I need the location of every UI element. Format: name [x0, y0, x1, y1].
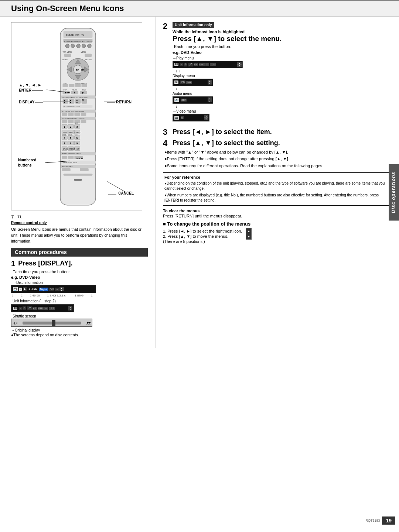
step2-eg-label: e.g. DVD-Video	[173, 50, 282, 55]
svg-text:5: 5	[70, 137, 72, 139]
display-menu-label: Display menu	[173, 74, 282, 78]
unit-info-bar: 🎞 ♪ ⚙ 🎤 AB OFF --- 1 2 3 ▲ ▼	[11, 304, 74, 312]
svg-text:M: M	[82, 99, 84, 101]
clear-menus-text: Press [RETURN] until the menus disappear…	[163, 214, 392, 218]
shuttle-label: Shuttle screen	[13, 314, 148, 318]
svg-rect-64	[81, 113, 86, 116]
svg-text:MENU: MENU	[81, 51, 86, 53]
svg-rect-107	[62, 156, 67, 159]
svg-point-12	[71, 44, 75, 48]
step3-block: 3 Press [◄, ►] to select the item.	[163, 128, 392, 136]
svg-text:DISC5: DISC5	[68, 134, 72, 136]
step3-number: 3	[163, 128, 170, 136]
svg-text:FL DISPLAY TIMER/FAC AUX TV·VI: FL DISPLAY TIMER/FAC AUX TV·VIDEO	[64, 41, 93, 42]
remote-control-text: On-Screen Menu Icons are menus that cont…	[11, 227, 148, 244]
step1-eg-label: e.g. DVD-Video	[11, 275, 148, 279]
svg-text:SFC   SUBWOOFER LEVEL: SFC SUBWOOFER LEVEL	[64, 106, 80, 107]
step1-heading: Press [DISPLAY].	[18, 260, 72, 267]
svg-rect-70	[81, 120, 86, 123]
page-title-bar: Using On-Screen Menu Icons	[0, 0, 399, 17]
svg-text:▼: ▼	[76, 102, 78, 104]
svg-rect-61	[62, 113, 67, 116]
step1-block: 1 Press [DISPLAY]. Each time you press t…	[11, 260, 148, 337]
svg-rect-31	[62, 84, 68, 87]
svg-rect-63	[74, 113, 80, 116]
remote-svg: DVD/CD VCR TV FL DISPLAY TIMER/FAC AUX T…	[47, 26, 109, 207]
step2-number: 2	[163, 22, 170, 30]
svg-text:CINEMA: CINEMA	[62, 153, 66, 155]
left-column: ▲, ▼, ◄, ► ENTER DISPLAY RETURN Numbered…	[0, 17, 155, 348]
svg-text:DISC2: DISC2	[69, 131, 75, 134]
video-menu-label: →Video menu	[173, 109, 282, 113]
svg-text:STOP: STOP	[62, 89, 67, 91]
page-code: RQT6183	[365, 519, 380, 522]
svg-text:4: 4	[64, 137, 65, 139]
svg-text:CINEMA  TV VOL  MIX/AE: CINEMA TV VOL MIX/AE	[62, 162, 77, 164]
arrow-label: ▲, ▼, ◄, ►	[19, 82, 42, 87]
enter-label: ENTER	[19, 88, 44, 92]
svg-text:DISPLAY: DISPLAY	[62, 59, 68, 61]
svg-text:■: ■	[65, 91, 66, 94]
step1-sub: Each time you press the button:	[13, 270, 148, 274]
svg-text:ACTION  SUB TITLE  AUDIO  ANGL: ACTION SUB TITLE AUDIO ANGLE	[62, 111, 84, 112]
return-label: RETURN	[106, 100, 132, 104]
svg-rect-34	[82, 84, 87, 87]
svg-rect-117	[80, 168, 88, 172]
for-reference-box: For your reference ●Depending on the con…	[163, 172, 392, 206]
svg-text:▲: ▲	[64, 99, 65, 101]
page-title: Using On-Screen Menu Icons	[11, 4, 388, 13]
play-menu-bar: 🎞 ♪ ⚙ 🎤 AB OFF --- 1 2 3 ▲ ▼	[173, 61, 243, 68]
svg-text:2: 2	[70, 126, 72, 128]
step4-block: 4 Press [▲, ▼] to select the setting. ●I…	[163, 139, 392, 169]
svg-text:▼: ▼	[64, 102, 65, 104]
screens-note: ●The screens depend on disc contents.	[11, 333, 148, 337]
video-menu-bar: 📷 N ▲ ▼	[173, 114, 209, 121]
svg-text:DISC SKIP  CHANNEL  VOLUME  MU: DISC SKIP CHANNEL VOLUME MUTING	[62, 97, 88, 99]
step2-heading: Press [▲, ▼] to select the menu.	[173, 35, 282, 43]
svg-rect-62	[68, 113, 74, 116]
svg-text:8: 8	[70, 142, 72, 145]
cancel-label: CANCEL	[108, 191, 134, 196]
svg-text:SKIP: SKIP	[64, 82, 67, 84]
page-footer: RQT6183 19	[365, 516, 395, 525]
svg-text:0/10: 0/10	[63, 148, 67, 150]
svg-rect-116	[62, 168, 70, 172]
side-tab: Disc operations	[389, 164, 399, 221]
unit-info-badge: Unit information only	[173, 22, 214, 28]
svg-point-13	[76, 44, 81, 48]
svg-point-14	[82, 44, 86, 48]
right-column: Disc operations 2 Unit information only …	[155, 17, 399, 348]
svg-text:DISC3: DISC3	[76, 131, 82, 134]
svg-rect-108	[68, 156, 74, 159]
parentheses-note: '(' '('(	[11, 214, 148, 219]
step4-heading: Press [▲, ▼] to select the setting.	[173, 139, 280, 147]
clear-menus-title: To clear the menus	[163, 209, 392, 213]
svg-text:▼: ▼	[70, 102, 72, 104]
svg-text:TOP MENU: TOP MENU	[62, 51, 72, 53]
change-position-block: ■ To change the position of the menus 1.…	[163, 221, 392, 244]
step4-number: 4	[163, 139, 170, 147]
svg-text:CANCEL: CANCEL	[76, 158, 83, 159]
shuttle-bar: ◄◄ ▶▶ -100 +100	[11, 319, 92, 327]
main-content: ▲, ▼, ◄, ► ENTER DISPLAY RETURN Numbered…	[0, 17, 399, 348]
svg-text:TEST: TEST	[74, 123, 78, 124]
step1-number: 1	[11, 260, 15, 268]
svg-rect-67	[62, 120, 67, 123]
svg-text:6: 6	[76, 137, 78, 139]
svg-text:▲: ▲	[76, 99, 78, 101]
svg-text:DVD/CD: DVD/CD	[66, 34, 74, 36]
svg-rect-118	[64, 174, 93, 175]
disc-info-bar: 💾 ♪ ▶ ◄◄ ▶▶ Digital ON ♬ ▲ ▼	[11, 285, 96, 293]
step2-block: 2 Unit information only While the leftmo…	[163, 22, 392, 122]
audio-menu-label: Audio menu	[173, 92, 282, 96]
svg-rect-33	[75, 84, 81, 87]
play-menu-label: →Play menu	[173, 56, 282, 60]
svg-text:PAUSE: PAUSE	[72, 89, 77, 91]
svg-text:3: 3	[76, 126, 78, 128]
for-reference-item2: ●When numbers are displayed (e.g. title …	[164, 193, 390, 203]
clear-menus-block: To clear the menus Press [RETURN] until …	[163, 209, 392, 218]
display-menu-bar: 🖻 IPB OFF ▲ ▼	[173, 79, 213, 86]
svg-text:DISC4: DISC4	[62, 134, 66, 136]
step2-subtitle: While the leftmost icon is highlighted	[173, 30, 282, 34]
svg-rect-119	[74, 179, 82, 181]
